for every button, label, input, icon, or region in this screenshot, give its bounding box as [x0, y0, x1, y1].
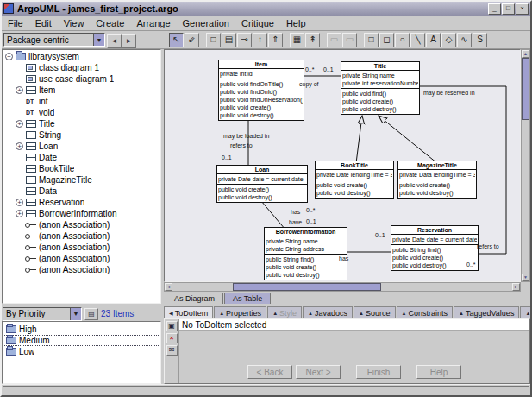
edge-label[interactable]: may be loaded in — [223, 133, 269, 140]
finish-button[interactable]: Finish — [356, 365, 401, 379]
menu-generation[interactable]: Generation — [177, 17, 235, 29]
tree-item-data[interactable]: Data — [3, 186, 160, 197]
horizontal-scroll-track[interactable] — [172, 283, 512, 291]
next-perspective-button[interactable]: ► — [122, 34, 136, 48]
expand-icon[interactable]: + — [16, 198, 23, 206]
text-tool[interactable]: A — [426, 33, 441, 47]
menu-critique[interactable]: Critique — [235, 17, 280, 29]
scroll-left-button[interactable]: ◄ — [165, 283, 172, 291]
edge-label[interactable]: copy of — [299, 81, 319, 88]
tree-item-date[interactable]: Date — [3, 152, 160, 163]
uml-class-title[interactable]: Titleprivate String nameprivate int rese… — [341, 61, 420, 115]
tree-item-anon-association[interactable]: (anon Association) — [3, 253, 160, 264]
line-tool[interactable]: ╲ — [410, 33, 425, 47]
expand-icon[interactable]: + — [16, 142, 23, 150]
realization-tool[interactable]: ⇑ — [268, 33, 283, 47]
tree-item-magazinetitle[interactable]: MagazineTitle — [3, 174, 160, 186]
perspective-combo[interactable]: Package-centric ▼ — [3, 33, 105, 47]
vertical-scrollbar[interactable]: ▲ ▼ — [521, 49, 530, 282]
tab-constraints[interactable]: ▲Constraints — [397, 306, 453, 318]
tree-item-anon-association[interactable]: (anon Association) — [3, 230, 160, 242]
ink-tool[interactable]: S — [473, 33, 487, 47]
uml-class-borrowerinformation[interactable]: BorrowerInformationprivate String namepr… — [264, 227, 347, 280]
polygon-tool[interactable]: ◇ — [441, 33, 456, 47]
todo-item-high[interactable]: High — [3, 324, 160, 335]
edge-label[interactable]: 0..1 — [222, 154, 232, 161]
tab-javadocs[interactable]: ▲Javadocs — [303, 306, 353, 318]
horizontal-scrollbar[interactable]: ◄ ► — [164, 282, 521, 292]
diagram-canvas[interactable]: Itemprivate int idpublic void findOnTitl… — [164, 49, 521, 282]
operation-tool[interactable]: ▭ — [342, 33, 357, 47]
association-tool[interactable]: ⊸ — [237, 33, 252, 47]
todo-perspective-combo[interactable]: By Priority ▼ — [3, 307, 82, 321]
edge-label[interactable]: 0..* — [306, 207, 316, 214]
next-button[interactable]: Next > — [296, 365, 341, 379]
maximize-button[interactable]: □ — [502, 3, 515, 15]
select-tool[interactable]: ↖ — [169, 33, 184, 47]
tab-todoitem[interactable]: ◀ToDoItem — [164, 306, 213, 318]
prev-perspective-button[interactable]: ◄ — [107, 34, 122, 48]
expand-icon[interactable]: + — [16, 120, 23, 128]
tree-item-borrowerinformation[interactable]: +BorrowerInformation — [3, 208, 160, 219]
tree-item-librarysystem[interactable]: −librarysystem — [3, 51, 160, 62]
edge-label[interactable]: refers to — [477, 243, 499, 250]
edge-label[interactable]: has — [339, 255, 348, 262]
broom-tool[interactable]: ⇙ — [185, 33, 199, 47]
chevron-down-icon[interactable]: ▼ — [93, 34, 104, 46]
edge-label[interactable]: 0..1 — [323, 66, 334, 73]
vertical-scroll-thumb[interactable] — [522, 58, 529, 120]
scroll-up-button[interactable]: ▲ — [522, 50, 529, 58]
menu-edit[interactable]: Edit — [29, 17, 58, 29]
spline-tool[interactable]: ∿ — [457, 33, 472, 47]
tab-as-table[interactable]: As Table — [224, 293, 271, 304]
edge-label[interactable]: 0..1 — [306, 218, 316, 225]
expand-icon[interactable]: + — [16, 210, 23, 217]
expand-icon[interactable]: + — [16, 86, 23, 94]
tab-properties[interactable]: ▲Properties — [214, 306, 266, 318]
menu-view[interactable]: View — [58, 17, 91, 29]
close-button[interactable]: × — [516, 3, 529, 15]
chevron-down-icon[interactable]: ▼ — [70, 308, 81, 320]
minimize-button[interactable]: _ — [488, 3, 501, 15]
new-class-tool[interactable]: ▦ — [290, 33, 304, 47]
back-button[interactable]: < Back — [247, 365, 292, 379]
tab-source[interactable]: ▲Source — [354, 306, 395, 318]
tree-item-anon-association[interactable]: (anon Association) — [3, 219, 160, 230]
help-button[interactable]: Help — [416, 365, 461, 379]
rectangle-tool[interactable]: □ — [364, 33, 379, 47]
menu-help[interactable]: Help — [280, 17, 312, 29]
tab-taggedvalues[interactable]: ▲TaggedValues — [454, 306, 519, 318]
tree-item-string[interactable]: String — [3, 129, 160, 141]
tree-item-item[interactable]: +Item — [3, 85, 160, 96]
todo-item-medium[interactable]: Medium — [3, 335, 160, 346]
uml-class-loan[interactable]: Loanprivate Date date = current datepubl… — [216, 165, 308, 203]
tree-item-void[interactable]: DTvoid — [3, 107, 160, 118]
tree-item-loan[interactable]: +Loan — [3, 141, 160, 152]
class-tool[interactable]: ▤ — [222, 33, 236, 47]
uml-class-item[interactable]: Itemprivate int idpublic void findOnTitl… — [218, 60, 304, 121]
tree-item-int[interactable]: DTint — [3, 96, 160, 107]
tree-item-reservation[interactable]: +Reservation — [3, 197, 160, 208]
edge-label[interactable]: have — [289, 219, 302, 226]
edge-label[interactable]: 0..* — [305, 66, 315, 73]
tree-item-class-diagram-1[interactable]: class diagram 1 — [3, 62, 160, 73]
tree-item-anon-association[interactable]: (anon Association) — [3, 264, 160, 275]
scroll-down-button[interactable]: ▼ — [522, 274, 529, 281]
tree-item-use-case-diagram-1[interactable]: use case diagram 1 — [3, 73, 160, 85]
rounded-rectangle-tool[interactable]: ◻ — [379, 33, 394, 47]
horizontal-scroll-thumb[interactable] — [233, 283, 381, 291]
email-expert-icon[interactable]: ✉ — [166, 345, 178, 356]
tab-as-diagram[interactable]: As Diagram — [166, 293, 223, 304]
edge-label[interactable]: has — [291, 209, 300, 216]
uml-class-booktitle[interactable]: BookTitleprivate Date lendingTime = 30pu… — [315, 161, 394, 198]
generalization-tool[interactable]: ↑ — [253, 33, 267, 47]
edge-label[interactable]: refers to — [230, 142, 253, 149]
edge-label[interactable]: may be reserved in — [423, 90, 475, 97]
tab-style[interactable]: ▲Style — [267, 306, 302, 318]
uml-class-reservation[interactable]: Reservationprivate Date date = current d… — [391, 225, 479, 271]
menu-create[interactable]: Create — [90, 17, 130, 29]
todo-item-low[interactable]: Low — [3, 346, 160, 357]
title-bar[interactable]: ArgoUML - james_first_project.argo _ □ × — [2, 2, 530, 16]
attribute-tool[interactable]: ▭ — [327, 33, 341, 47]
menu-arrange[interactable]: Arrange — [130, 17, 176, 29]
